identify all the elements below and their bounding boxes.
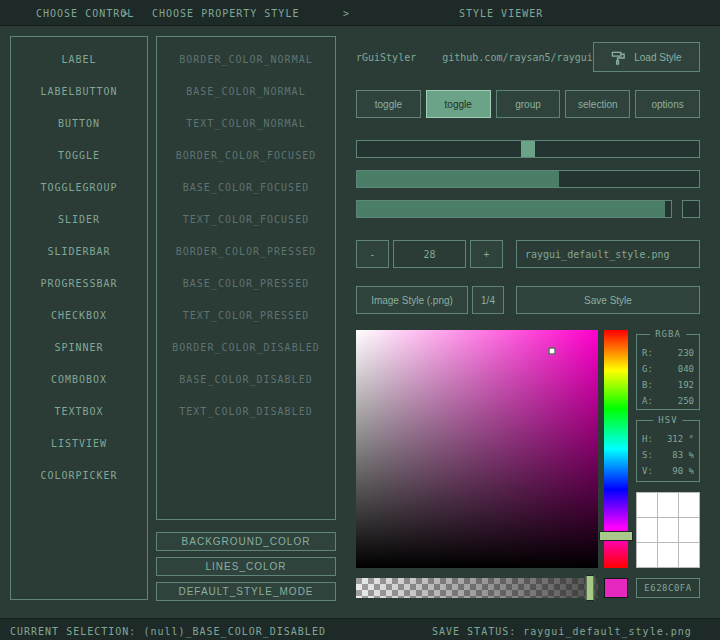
toggle-item-2[interactable]: group bbox=[496, 90, 561, 118]
alpha-slider-handle[interactable] bbox=[585, 575, 594, 601]
rgba-alpha-label: A: bbox=[642, 396, 653, 406]
spinner-minus-button[interactable]: - bbox=[356, 240, 389, 268]
progress-row bbox=[356, 200, 700, 218]
grid-cell bbox=[679, 543, 699, 567]
hsv-title: HSV bbox=[653, 415, 682, 425]
sliderbar-fill bbox=[357, 171, 559, 187]
style-preview-grid bbox=[636, 492, 700, 568]
hsv-val-label: V: bbox=[642, 466, 653, 476]
hsv-sat-label: S: bbox=[642, 450, 653, 460]
chevron-right-icon: > bbox=[343, 8, 350, 19]
controls-listview: LABEL LABELBUTTON BUTTON TOGGLE TOGGLEGR… bbox=[10, 36, 148, 600]
rgba-blue-row: B: 192 bbox=[637, 377, 699, 393]
hsv-val-row: V: 90 % bbox=[637, 463, 699, 479]
repo-link[interactable]: github.com/raysan5/raygui bbox=[442, 52, 593, 63]
rgba-blue-value: 192 bbox=[678, 380, 694, 390]
property-item-border-color-disabled[interactable]: BORDER_COLOR_DISABLED bbox=[157, 331, 335, 363]
toggle-item-1-active[interactable]: toggle bbox=[426, 90, 491, 118]
demo-sliderbar[interactable] bbox=[356, 170, 700, 188]
top-header-bar: CHOOSE CONTROL > CHOOSE PROPERTY STYLE >… bbox=[0, 0, 720, 26]
grid-cell bbox=[679, 518, 699, 542]
hue-slider-handle[interactable] bbox=[599, 531, 633, 541]
status-bar: CURRENT SELECTION: (null)_BASE_COLOR_DIS… bbox=[0, 618, 720, 640]
picked-color-swatch bbox=[604, 578, 628, 598]
control-item-labelbutton[interactable]: LABELBUTTON bbox=[11, 75, 147, 107]
grid-cell bbox=[637, 518, 657, 542]
toggle-item-4[interactable]: options bbox=[635, 90, 700, 118]
control-item-textbox[interactable]: TEXTBOX bbox=[11, 395, 147, 427]
control-item-progressbar[interactable]: PROGRESSBAR bbox=[11, 267, 147, 299]
lines-color-button[interactable]: LINES_COLOR bbox=[156, 557, 336, 576]
rgba-green-row: G: 040 bbox=[637, 361, 699, 377]
property-item-border-color-normal[interactable]: BORDER_COLOR_NORMAL bbox=[157, 43, 335, 75]
colorpicker-sv-square[interactable] bbox=[356, 330, 598, 568]
toggle-group: toggle toggle group selection options bbox=[356, 90, 700, 118]
viewer-header: rGuiStyler github.com/raysan5/raygui Loa… bbox=[356, 42, 700, 72]
hsv-val-value: 90 % bbox=[672, 466, 694, 476]
load-style-button[interactable]: Load Style bbox=[593, 42, 700, 72]
property-item-text-color-focused[interactable]: TEXT_COLOR_FOCUSED bbox=[157, 203, 335, 235]
hsv-groupbox: HSV H: 312 ° S: 83 % V: 90 % bbox=[636, 420, 700, 482]
control-item-colorpicker[interactable]: COLORPICKER bbox=[11, 459, 147, 491]
control-item-combobox[interactable]: COMBOBOX bbox=[11, 363, 147, 395]
control-item-slider[interactable]: SLIDER bbox=[11, 203, 147, 235]
app-title: rGuiStyler bbox=[356, 52, 416, 63]
spinner-plus-button[interactable]: + bbox=[470, 240, 503, 268]
toggle-item-3[interactable]: selection bbox=[565, 90, 630, 118]
property-item-text-color-pressed[interactable]: TEXT_COLOR_PRESSED bbox=[157, 299, 335, 331]
style-filename-input[interactable]: raygui_default_style.png bbox=[516, 240, 700, 268]
alpha-slider[interactable] bbox=[356, 578, 598, 598]
grid-cell bbox=[637, 543, 657, 567]
control-item-sliderbar[interactable]: SLIDERBAR bbox=[11, 235, 147, 267]
rgba-red-row: R: 230 bbox=[637, 345, 699, 361]
property-item-base-color-focused[interactable]: BASE_COLOR_FOCUSED bbox=[157, 171, 335, 203]
control-item-togglegroup[interactable]: TOGGLEGROUP bbox=[11, 171, 147, 203]
colorpicker-sv-marker[interactable] bbox=[549, 348, 556, 355]
demo-slider[interactable] bbox=[356, 140, 700, 158]
control-item-checkbox[interactable]: CHECKBOX bbox=[11, 299, 147, 331]
property-item-base-color-disabled[interactable]: BASE_COLOR_DISABLED bbox=[157, 363, 335, 395]
property-item-base-color-normal[interactable]: BASE_COLOR_NORMAL bbox=[157, 75, 335, 107]
actions-row: Image Style (.png) 1/4 Save Style bbox=[356, 286, 700, 314]
rgba-alpha-row: A: 250 bbox=[637, 393, 699, 409]
control-item-listview[interactable]: LISTVIEW bbox=[11, 427, 147, 459]
rgba-red-value: 230 bbox=[678, 348, 694, 358]
save-style-button[interactable]: Save Style bbox=[516, 286, 700, 314]
header-style-viewer: STYLE VIEWER bbox=[459, 8, 543, 19]
slider-handle[interactable] bbox=[521, 141, 535, 157]
demo-checkbox[interactable] bbox=[682, 200, 700, 218]
chevron-right-icon: > bbox=[122, 8, 129, 19]
save-status: SAVE STATUS: raygui_default_style.png bbox=[432, 626, 692, 637]
toggle-item-0[interactable]: toggle bbox=[356, 90, 421, 118]
grid-cell bbox=[637, 493, 657, 517]
rgba-title: RGBA bbox=[650, 329, 686, 339]
rgba-blue-label: B: bbox=[642, 380, 653, 390]
control-item-label[interactable]: LABEL bbox=[11, 43, 147, 75]
property-item-border-color-pressed[interactable]: BORDER_COLOR_PRESSED bbox=[157, 235, 335, 267]
hsv-hue-label: H: bbox=[642, 434, 653, 444]
property-item-text-color-normal[interactable]: TEXT_COLOR_NORMAL bbox=[157, 107, 335, 139]
rgba-groupbox: RGBA R: 230 G: 040 B: 192 A: 250 bbox=[636, 334, 700, 410]
hsv-hue-value: 312 ° bbox=[667, 434, 694, 444]
property-item-base-color-pressed[interactable]: BASE_COLOR_PRESSED bbox=[157, 267, 335, 299]
property-item-text-color-disabled[interactable]: TEXT_COLOR_DISABLED bbox=[157, 395, 335, 427]
rgba-red-label: R: bbox=[642, 348, 653, 358]
ratio-button[interactable]: 1/4 bbox=[472, 286, 504, 314]
image-style-button[interactable]: Image Style (.png) bbox=[356, 286, 468, 314]
background-color-button[interactable]: BACKGROUND_COLOR bbox=[156, 532, 336, 551]
hex-value-input[interactable]: E628C0FA bbox=[636, 578, 700, 598]
rgba-green-value: 040 bbox=[678, 364, 694, 374]
hue-slider[interactable] bbox=[604, 330, 628, 568]
header-choose-control: CHOOSE CONTROL bbox=[36, 8, 134, 19]
control-item-button[interactable]: BUTTON bbox=[11, 107, 147, 139]
current-selection-status: CURRENT SELECTION: (null)_BASE_COLOR_DIS… bbox=[10, 626, 326, 637]
spinner-value[interactable]: 28 bbox=[393, 240, 466, 268]
control-item-toggle[interactable]: TOGGLE bbox=[11, 139, 147, 171]
properties-listview: BORDER_COLOR_NORMAL BASE_COLOR_NORMAL TE… bbox=[156, 36, 336, 520]
default-style-mode-button[interactable]: DEFAULT_STYLE_MODE bbox=[156, 582, 336, 601]
control-item-spinner[interactable]: SPINNER bbox=[11, 331, 147, 363]
property-item-border-color-focused[interactable]: BORDER_COLOR_FOCUSED bbox=[157, 139, 335, 171]
header-choose-property-style: CHOOSE PROPERTY STYLE bbox=[152, 8, 299, 19]
rguistyler-window: CHOOSE CONTROL > CHOOSE PROPERTY STYLE >… bbox=[0, 0, 720, 640]
load-style-label: Load Style bbox=[634, 52, 681, 63]
